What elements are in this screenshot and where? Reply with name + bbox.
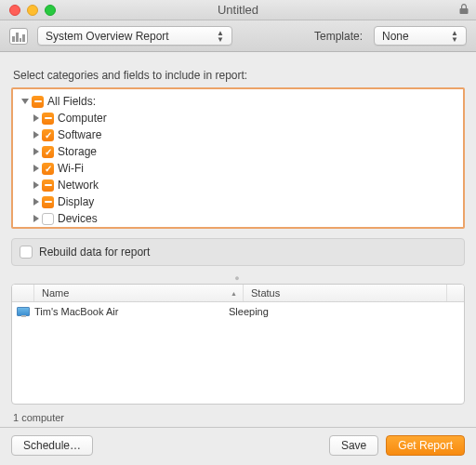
checkbox-unchecked[interactable] bbox=[42, 213, 54, 225]
tree-item-label: Display bbox=[57, 195, 94, 208]
report-type-select[interactable]: System Overview Report ▲▼ bbox=[37, 26, 232, 46]
table-header: Name ▲ Status bbox=[12, 285, 464, 302]
tree-item-label: Wi-Fi bbox=[57, 162, 84, 175]
report-icon[interactable] bbox=[9, 28, 28, 45]
tree-item[interactable]: Storage bbox=[15, 143, 461, 160]
titlebar: Untitled bbox=[0, 0, 476, 20]
template-value: None bbox=[382, 30, 449, 43]
computers-table: Name ▲ Status Tim's MacBook Air Sleeping bbox=[11, 284, 465, 405]
disclosure-triangle-icon[interactable] bbox=[33, 181, 39, 189]
column-icon[interactable] bbox=[12, 285, 34, 301]
report-type-value: System Overview Report bbox=[46, 30, 215, 43]
cell-status: Sleeping bbox=[221, 306, 464, 317]
tree-root[interactable]: All Fields: bbox=[15, 93, 461, 110]
rebuild-row: Rebuild data for report bbox=[11, 238, 465, 266]
tree-root-label: All Fields: bbox=[46, 95, 96, 108]
count-label: 1 computer bbox=[13, 412, 463, 423]
tree-item[interactable]: Devices bbox=[15, 210, 461, 227]
cell-name: Tim's MacBook Air bbox=[34, 306, 221, 317]
tree-item[interactable]: Wi-Fi bbox=[15, 160, 461, 177]
divider-handle-icon[interactable]: ● bbox=[11, 273, 465, 283]
table-row[interactable]: Tim's MacBook Air Sleeping bbox=[12, 302, 464, 321]
tree-item-label: Storage bbox=[57, 145, 97, 158]
checkbox-checked[interactable] bbox=[42, 146, 54, 158]
disclosure-triangle-icon[interactable] bbox=[21, 99, 29, 104]
footer: Schedule… Save Get Report bbox=[11, 435, 465, 456]
tree-item-label: Network bbox=[57, 179, 99, 192]
sort-asc-icon: ▲ bbox=[231, 290, 237, 297]
disclosure-triangle-icon[interactable] bbox=[33, 114, 39, 122]
checkbox-mixed[interactable] bbox=[42, 113, 54, 125]
template-label: Template: bbox=[314, 30, 363, 43]
tree-item[interactable]: Computer bbox=[15, 110, 461, 126]
rebuild-label: Rebuild data for report bbox=[39, 246, 150, 259]
tree-item-label: Software bbox=[57, 128, 101, 141]
disclosure-triangle-icon[interactable] bbox=[33, 131, 39, 139]
checkbox-mixed[interactable] bbox=[42, 179, 54, 192]
checkbox-mixed[interactable] bbox=[32, 96, 44, 108]
tree-item[interactable]: Network bbox=[15, 177, 461, 193]
lock-icon[interactable] bbox=[459, 4, 469, 16]
disclosure-triangle-icon[interactable] bbox=[33, 148, 39, 155]
column-name[interactable]: Name ▲ bbox=[34, 285, 244, 301]
get-report-button[interactable]: Get Report bbox=[386, 435, 465, 456]
updown-icon: ▲▼ bbox=[215, 30, 226, 43]
disclosure-triangle-icon[interactable] bbox=[33, 198, 39, 206]
checkbox-mixed[interactable] bbox=[42, 196, 54, 208]
checkbox-checked[interactable] bbox=[42, 129, 54, 141]
computer-icon bbox=[12, 307, 34, 316]
window-title: Untitled bbox=[0, 3, 476, 17]
toolbar: System Overview Report ▲▼ Template: None… bbox=[0, 20, 476, 52]
disclosure-triangle-icon[interactable] bbox=[33, 215, 39, 222]
save-button[interactable]: Save bbox=[329, 435, 378, 456]
tree-item-label: Computer bbox=[57, 112, 107, 125]
template-select[interactable]: None ▲▼ bbox=[374, 26, 467, 46]
checkbox-checked[interactable] bbox=[42, 163, 54, 175]
tree-item[interactable]: Display bbox=[15, 193, 461, 210]
updown-icon: ▲▼ bbox=[449, 30, 460, 43]
instruction-text: Select categories and fields to include … bbox=[13, 69, 463, 82]
column-scroll bbox=[447, 285, 464, 301]
disclosure-triangle-icon[interactable] bbox=[33, 165, 39, 172]
schedule-button[interactable]: Schedule… bbox=[11, 435, 93, 456]
categories-tree[interactable]: All Fields: Computer Software Storage Wi… bbox=[11, 87, 465, 229]
column-status[interactable]: Status bbox=[244, 285, 447, 301]
column-name-label: Name bbox=[42, 287, 69, 299]
column-status-label: Status bbox=[251, 287, 280, 299]
tree-item[interactable]: Software bbox=[15, 126, 461, 143]
tree-item-label: Devices bbox=[57, 212, 98, 225]
rebuild-checkbox[interactable] bbox=[20, 246, 33, 259]
